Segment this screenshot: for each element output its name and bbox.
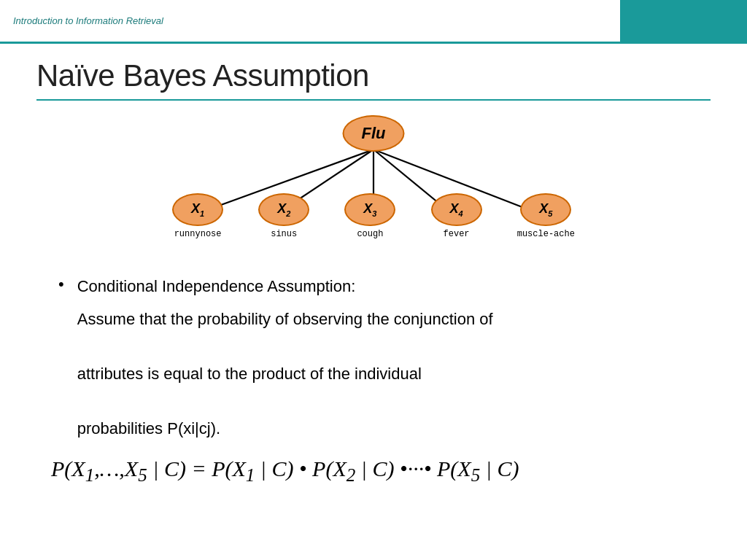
title-underline — [36, 99, 711, 101]
x-nodes: X1 runnynose X2 sinus X3 cough — [155, 193, 592, 239]
header-left: Introduction to Information Retrieval — [0, 0, 620, 42]
x4-node: X4 fever — [431, 193, 482, 239]
x4-label: fever — [444, 229, 470, 239]
bullet-content: Conditional Independence Assumption: Ass… — [77, 274, 493, 442]
x3-node: X3 cough — [344, 193, 395, 239]
flu-node: Flu — [343, 115, 405, 152]
diagram-container: Flu X1 runnynose X2 sinus — [155, 115, 592, 261]
x5-node: X5 muscle-ache — [517, 193, 575, 239]
bullet-item-1: • Conditional Independence Assumption: A… — [58, 274, 711, 442]
bullet-heading: Conditional Independence Assumption: — [77, 277, 356, 295]
x1-label: runnynose — [174, 229, 222, 239]
bullets-section: • Conditional Independence Assumption: A… — [58, 274, 711, 442]
flu-oval: Flu — [343, 115, 405, 152]
bullet-dot: • — [58, 274, 64, 295]
x5-label: muscle-ache — [517, 229, 575, 239]
x3-label: cough — [357, 229, 383, 239]
header-accent-block — [620, 0, 747, 42]
header: Introduction to Information Retrieval — [0, 0, 747, 42]
bullet-body: Assume that the probability of observing… — [77, 306, 493, 442]
x2-label: sinus — [271, 229, 297, 239]
main-content: Naïve Bayes Assumption — [0, 44, 747, 560]
x1-node: X1 runnynose — [172, 193, 223, 239]
formula-text: P(X1,…,X5 | C) = P(X1 | C) • P(X2 | C) •… — [51, 456, 519, 481]
bayesian-network-diagram: Flu X1 runnynose X2 sinus — [36, 115, 711, 261]
header-title: Introduction to Information Retrieval — [13, 15, 163, 26]
slide-title: Naïve Bayes Assumption — [36, 58, 711, 93]
x2-node: X2 sinus — [258, 193, 309, 239]
formula-section: P(X1,…,X5 | C) = P(X1 | C) • P(X2 | C) •… — [51, 453, 711, 489]
